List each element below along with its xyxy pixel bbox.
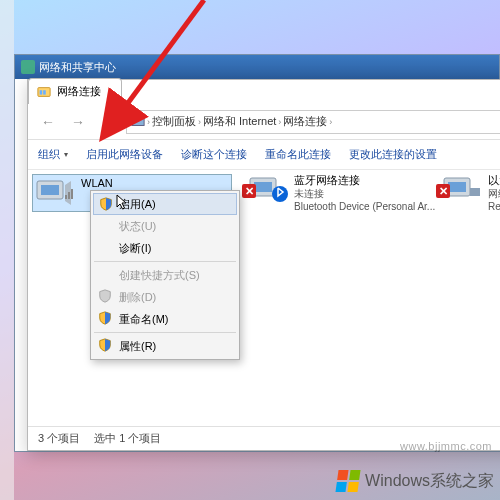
forward-button[interactable]: → — [66, 110, 90, 134]
ctx-properties[interactable]: 属性(R) — [93, 335, 237, 357]
parent-window-titlebar[interactable]: 网络和共享中心 — [15, 55, 499, 79]
organize-button[interactable]: 组织 — [38, 147, 68, 162]
connection-bluetooth[interactable]: ✕ 蓝牙网络连接 未连接 Bluetooth Device (Personal … — [248, 174, 438, 213]
change-settings-button[interactable]: 更改此连接的设置 — [349, 147, 437, 162]
svg-rect-13 — [448, 182, 466, 192]
explorer-window: 网络连接 ← → ↑ › 控制面板 › 网络和 Internet › 网络连接 … — [27, 79, 500, 451]
svg-rect-2 — [43, 90, 46, 94]
svg-rect-6 — [65, 195, 67, 199]
separator — [94, 261, 236, 262]
breadcrumb-item[interactable]: 网络和 Internet — [203, 114, 276, 129]
connection-status: 网络电缆被拔出 — [488, 188, 500, 200]
shield-icon — [98, 289, 112, 303]
shield-icon — [98, 338, 112, 352]
chevron-right-icon: › — [198, 117, 201, 127]
disabled-x-icon: ✕ — [242, 184, 256, 198]
wlan-adapter-icon — [35, 177, 75, 209]
svg-rect-1 — [40, 90, 43, 94]
chevron-right-icon: › — [278, 117, 281, 127]
ctx-diagnose[interactable]: 诊断(I) — [93, 237, 237, 259]
watermark-url: www.bjjmmc.com — [400, 440, 492, 452]
connection-name: 蓝牙网络连接 — [294, 174, 435, 187]
window-tab[interactable]: 网络连接 — [28, 78, 122, 104]
address-bar-row: ← → ↑ › 控制面板 › 网络和 Internet › 网络连接 › — [28, 104, 500, 140]
tab-label: 网络连接 — [57, 84, 101, 99]
connections-pane[interactable]: WLAN ✕ 蓝牙网络连接 未连接 Bluetooth Device (Pers… — [28, 170, 500, 426]
ctx-shortcut: 创建快捷方式(S) — [93, 264, 237, 286]
connection-device: Bluetooth Device (Personal Ar... — [294, 201, 435, 213]
parent-window-title: 网络和共享中心 — [39, 60, 116, 75]
cursor-icon — [116, 194, 130, 212]
enable-device-button[interactable]: 启用此网络设备 — [86, 147, 163, 162]
ctx-status: 状态(U) — [93, 215, 237, 237]
svg-rect-7 — [68, 192, 70, 199]
svg-rect-14 — [470, 188, 480, 196]
chevron-right-icon: › — [147, 117, 150, 127]
svg-rect-5 — [41, 185, 59, 195]
breadcrumb-item[interactable]: 控制面板 — [152, 114, 196, 129]
watermark-text: Windows系统之家 — [365, 471, 494, 492]
item-count: 3 个项目 — [38, 431, 80, 446]
bluetooth-adapter-icon: ✕ — [248, 174, 288, 206]
unplugged-x-icon: ✕ — [436, 184, 450, 198]
up-button[interactable]: ↑ — [96, 110, 120, 134]
ethernet-adapter-icon: ✕ — [442, 174, 482, 206]
windows-logo-icon — [336, 470, 361, 492]
context-menu: 启用(A) 状态(U) 诊断(I) 创建快捷方式(S) 删除(D) 重命名(M) — [90, 190, 240, 360]
connection-name: 以太网 — [488, 174, 500, 187]
taskbar — [0, 0, 14, 500]
svg-rect-10 — [254, 182, 272, 192]
network-sharing-center-window: 网络和共享中心 网络连接 ← → ↑ › 控制面板 › 网络和 Internet — [14, 54, 500, 452]
connection-device: Realtek PCIe G — [488, 201, 500, 213]
chevron-right-icon: › — [329, 117, 332, 127]
breadcrumb[interactable]: › 控制面板 › 网络和 Internet › 网络连接 › — [126, 110, 500, 134]
folder-icon — [37, 85, 51, 99]
parent-window-body: 网络连接 ← → ↑ › 控制面板 › 网络和 Internet › 网络连接 … — [21, 79, 499, 451]
shield-icon — [99, 197, 113, 211]
ctx-rename[interactable]: 重命名(M) — [93, 308, 237, 330]
network-icon — [21, 60, 35, 74]
breadcrumb-item[interactable]: 网络连接 — [283, 114, 327, 129]
separator — [94, 332, 236, 333]
svg-rect-3 — [132, 118, 144, 125]
ctx-enable[interactable]: 启用(A) — [93, 193, 237, 215]
connection-status: 未连接 — [294, 188, 435, 200]
rename-button[interactable]: 重命名此连接 — [265, 147, 331, 162]
ctx-delete: 删除(D) — [93, 286, 237, 308]
connection-name: WLAN — [81, 177, 113, 190]
shield-icon — [98, 311, 112, 325]
adapter-icon — [131, 115, 145, 129]
watermark: Windows系统之家 — [337, 470, 494, 492]
selected-count: 选中 1 个项目 — [94, 431, 161, 446]
svg-rect-8 — [71, 189, 73, 199]
connection-ethernet[interactable]: ✕ 以太网 网络电缆被拔出 Realtek PCIe G — [442, 174, 500, 213]
diagnose-button[interactable]: 诊断这个连接 — [181, 147, 247, 162]
back-button[interactable]: ← — [36, 110, 60, 134]
command-bar: 组织 启用此网络设备 诊断这个连接 重命名此连接 更改此连接的设置 — [28, 140, 500, 170]
